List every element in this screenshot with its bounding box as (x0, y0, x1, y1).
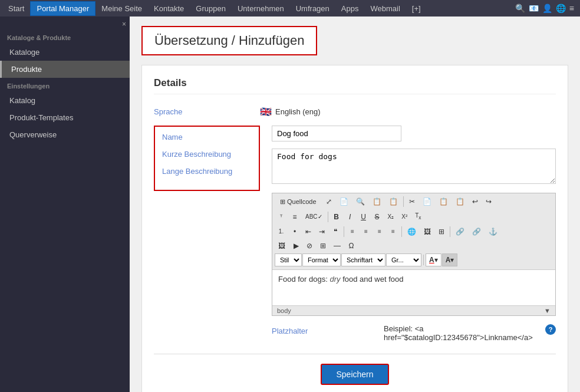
rte-flash-button[interactable]: ⊘ (303, 239, 316, 252)
rte-resize-handle[interactable]: ▼ (544, 307, 551, 314)
stil-select[interactable]: Stil (275, 253, 302, 266)
sidebar-item-produkte[interactable]: Produkte (0, 61, 130, 78)
globe-icon[interactable]: 🌐 (556, 4, 566, 13)
rte-italic-button[interactable]: I (344, 210, 357, 223)
rte-row-2: ᵀ ≡ ABC✓ B I U S X₂ X² Tx (275, 209, 553, 224)
rte-bold-button[interactable]: B (330, 210, 343, 223)
rte-copy1-button[interactable]: 📋 (369, 195, 385, 208)
rte-image-button[interactable]: 🖼 (275, 239, 289, 252)
nav-start[interactable]: Start (2, 2, 30, 15)
rte-cut-button[interactable]: ✂ (406, 195, 418, 208)
nav-meine-seite[interactable]: Meine Seite (95, 2, 148, 15)
save-button[interactable]: Speichern (321, 364, 388, 385)
nav-webmail[interactable]: Webmail (364, 2, 406, 15)
language-value: English (eng) (275, 107, 321, 116)
rte-paste2-button[interactable]: 📋 (452, 195, 468, 208)
sidebar-section-kataloge: Kataloge & Produkte (0, 29, 130, 44)
sidebar-item-katalog[interactable]: Katalog (0, 92, 130, 109)
rte-new-doc-button[interactable]: 📄 (336, 195, 352, 208)
rte-indent-button[interactable]: ⇥ (315, 225, 328, 238)
rte-align-justify-button[interactable]: ≡ (387, 225, 400, 238)
rte-sep-3 (344, 226, 344, 237)
section-title: Details (154, 77, 556, 94)
rte-quellcode-button[interactable]: ⊞ Quellcode (275, 195, 322, 208)
rte-container: ⊞ Quellcode ⤢ 📄 🔍 📋 📋 ✂ 📄 📋 📋 (272, 193, 556, 316)
rte-align-left-button[interactable]: ≡ (346, 225, 359, 238)
user-icon[interactable]: 👤 (542, 4, 552, 13)
sidebar-item-kataloge[interactable]: Kataloge (0, 44, 130, 61)
schriftart-select[interactable]: Schriftart (341, 253, 385, 266)
rte-paste-text-button[interactable]: ᵀ (275, 210, 288, 223)
rte-content-area[interactable]: Food for dogs: dry food and wet food (272, 270, 555, 305)
rte-table2-button[interactable]: ⊞ (435, 225, 448, 238)
rte-unlink-button[interactable]: 🔗 (469, 225, 485, 238)
rte-align-center-button[interactable]: ≡ (360, 225, 373, 238)
rte-sep-1 (403, 196, 404, 207)
name-input[interactable] (272, 126, 401, 141)
nav-unternehmen[interactable]: Unternehmen (232, 2, 290, 15)
rte-sub-button[interactable]: X₂ (384, 210, 398, 223)
rte-special-button[interactable]: Ω (345, 239, 358, 252)
rte-blockquote-button[interactable]: ❝ (329, 225, 342, 238)
rte-table-button[interactable]: ⊞ (317, 239, 329, 252)
language-field: 🇬🇧 English (eng) (260, 104, 556, 117)
nav-apps[interactable]: Apps (335, 2, 365, 15)
rte-copy3-button[interactable]: 📄 (419, 195, 435, 208)
nav-portal-manager[interactable]: Portal Manager (30, 1, 95, 16)
sidebar: × Kataloge & Produkte Kataloge Produkte … (0, 17, 130, 392)
top-nav-right: 🔍 📧 👤 🌐 ≡ (515, 4, 578, 13)
nav-gruppen[interactable]: Gruppen (190, 2, 232, 15)
sidebar-close-button[interactable]: × (0, 19, 130, 29)
rte-row-3: 1. • ⇤ ⇥ ❝ ≡ ≡ ≡ ≡ 🌐 (275, 225, 553, 238)
main-layout: × Kataloge & Produkte Kataloge Produkte … (0, 17, 580, 392)
rte-ol-button[interactable]: 1. (275, 225, 288, 238)
rte-outdent-button[interactable]: ⇤ (302, 225, 315, 238)
short-desc-label: Kurze Beschreibung (162, 150, 252, 159)
notifications-icon[interactable]: 📧 (529, 4, 539, 13)
search-icon[interactable]: 🔍 (515, 4, 525, 13)
sidebar-item-querverweise[interactable]: Querverweise (0, 126, 130, 143)
rte-sep-6 (423, 255, 424, 265)
rte-remove-format-button[interactable]: Tx (411, 209, 424, 224)
sidebar-item-produkt-templates[interactable]: Produkt-Templates (0, 109, 130, 126)
format-select[interactable]: Format (302, 253, 341, 266)
nav-more[interactable]: [+] (406, 2, 427, 15)
language-label: Sprache (154, 104, 260, 116)
placeholder-example: Beispiel: <a href="$catalogID:12345678">… (384, 324, 539, 342)
rte-row-1: ⊞ Quellcode ⤢ 📄 🔍 📋 📋 ✂ 📄 📋 📋 (275, 195, 553, 208)
rte-link-button[interactable]: 🔗 (452, 225, 468, 238)
rte-undo-button[interactable]: ↩ (469, 195, 482, 208)
rte-font-color-button[interactable]: A▾ (426, 253, 441, 266)
rte-underline-button[interactable]: U (357, 210, 370, 223)
menu-icon[interactable]: ≡ (569, 4, 574, 13)
rte-ul-button[interactable]: • (288, 225, 301, 238)
nav-kontakte[interactable]: Kontakte (148, 2, 190, 15)
rte-image-color-button[interactable]: 🖼 (420, 225, 434, 238)
rte-find-button[interactable]: 🔍 (352, 195, 368, 208)
rte-row-5: Stil Format Schriftart Gr... (275, 253, 553, 266)
rte-strike-button[interactable]: S (371, 210, 384, 223)
save-section: Speichern (154, 354, 556, 385)
rte-bg-color-button[interactable]: A▾ (442, 253, 458, 266)
rte-color-button[interactable]: 🌐 (404, 225, 420, 238)
short-desc-input[interactable]: Food for dogs (272, 149, 556, 184)
rte-spell-button[interactable]: ABC✓ (302, 210, 326, 223)
rte-align-button[interactable]: ≡ (288, 210, 301, 223)
rte-maximize-button[interactable]: ⤢ (322, 195, 335, 208)
placeholder-info-icon[interactable]: ? (545, 324, 556, 335)
size-select[interactable]: Gr... (386, 253, 421, 266)
rte-copy2-button[interactable]: 📋 (385, 195, 401, 208)
language-row: Sprache 🇬🇧 English (eng) (154, 104, 556, 117)
rte-paste1-button[interactable]: 📋 (436, 195, 452, 208)
rte-align-right-button[interactable]: ≡ (373, 225, 386, 238)
rte-anchor-button[interactable]: ⚓ (485, 225, 501, 238)
rte-hrule-button[interactable]: — (330, 239, 344, 252)
rte-sep-5 (450, 226, 450, 237)
nav-umfragen[interactable]: Umfragen (290, 2, 335, 15)
page-title: Übersetzung / Hinzufügen (154, 33, 304, 48)
rte-video-button[interactable]: ▶ (289, 239, 302, 252)
rte-sup-button[interactable]: X² (398, 210, 411, 223)
fields-inputs: Food for dogs ⊞ Quellcode ⤢ 📄 🔍 📋 (272, 126, 556, 342)
rte-redo-button[interactable]: ↪ (482, 195, 495, 208)
fields-label-box: Name Kurze Beschreibung Lange Beschreibu… (154, 126, 260, 342)
